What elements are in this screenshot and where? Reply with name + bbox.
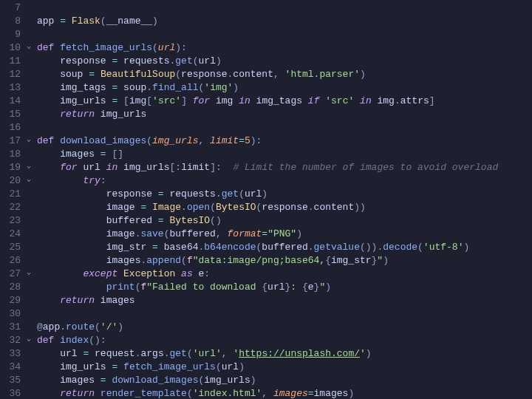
code-area[interactable]: app = Flask(__name__)def fetch_image_url…: [31, 0, 532, 399]
token-id: [250, 95, 256, 106]
token-p: :: [100, 175, 106, 186]
token-id: soup: [60, 69, 83, 80]
fold-chevron-icon[interactable]: ⌄: [24, 163, 31, 170]
code-line[interactable]: img_str = base64.b64encode(buffered.getv…: [37, 241, 532, 254]
code-line[interactable]: def index():: [37, 334, 532, 347]
code-line[interactable]: def download_images(img_urls, limit=5):: [37, 134, 532, 148]
token-p: ): [239, 361, 245, 372]
token-p: ): [296, 228, 302, 239]
token-ki: in: [106, 162, 118, 173]
token-id: [222, 162, 233, 173]
code-line[interactable]: def fetch_image_urls(url):: [37, 41, 532, 55]
code-line[interactable]: [37, 1, 532, 15]
token-p: ): [360, 69, 366, 80]
line-number: 17⌄: [0, 134, 30, 148]
token-s: 'index.html': [193, 388, 262, 399]
code-line[interactable]: img_urls = [img['src'] for img in img_ta…: [37, 95, 532, 108]
token-op: =: [89, 69, 95, 80]
token-pa: url: [158, 42, 175, 53]
code-line[interactable]: return img_urls: [37, 108, 532, 121]
line-number: 25: [0, 241, 30, 254]
token-op: =: [262, 228, 267, 239]
token-id: app: [43, 321, 60, 332]
code-line[interactable]: buffered = BytesIO(): [37, 214, 532, 228]
token-id: base64: [164, 242, 199, 253]
token-p: :: [256, 135, 262, 146]
fold-chevron-icon[interactable]: ⌄: [24, 136, 31, 143]
token-id: img_tags: [60, 82, 106, 93]
code-line[interactable]: url = request.args.get('url', 'https://u…: [37, 347, 532, 361]
token-pr: content: [314, 202, 355, 213]
token-p: (: [239, 188, 245, 200]
token-p: (: [210, 215, 216, 226]
token-id: img_str: [331, 255, 372, 266]
code-line[interactable]: [37, 121, 532, 134]
code-line[interactable]: [37, 307, 532, 321]
token-k: def: [37, 335, 54, 346]
line-number: 13: [0, 81, 30, 95]
indent: [37, 388, 60, 399]
token-p: (: [175, 69, 181, 80]
token-k: def: [37, 135, 54, 146]
fold-chevron-icon[interactable]: ⌄: [24, 176, 31, 183]
token-id: img: [129, 95, 146, 106]
token-p: ): [117, 321, 123, 332]
code-line[interactable]: response = requests.get(url): [37, 188, 532, 201]
token-op: =: [100, 375, 106, 386]
token-p: (: [193, 55, 199, 66]
token-id: response: [60, 55, 106, 66]
code-line[interactable]: img_urls = fetch_image_urls(url): [37, 361, 532, 374]
token-bf: append: [146, 255, 181, 266]
code-line[interactable]: image = Image.open(BytesIO(response.cont…: [37, 201, 532, 214]
code-line[interactable]: [37, 28, 532, 41]
code-line[interactable]: for url in img_urls[:limit]: # Limit the…: [37, 161, 532, 174]
fold-chevron-icon[interactable]: ⌄: [24, 43, 31, 50]
token-p: (: [152, 42, 158, 53]
code-line[interactable]: img_tags = soup.find_all('img'): [37, 81, 532, 95]
code-line[interactable]: response = requests.get(url): [37, 55, 532, 68]
token-id: response: [262, 202, 307, 213]
indent: [37, 295, 60, 306]
indent: [37, 215, 106, 226]
line-number: 20⌄: [0, 174, 30, 188]
token-cm: # Limit the number of images to avoid ov…: [233, 162, 498, 173]
code-line[interactable]: images = download_images(img_urls): [37, 374, 532, 387]
indent: [37, 255, 106, 266]
token-s: 'utf-8': [423, 242, 464, 253]
code-line[interactable]: return render_template('index.html', ima…: [37, 387, 532, 399]
token-n: 5: [245, 135, 250, 146]
token-p: ): [325, 282, 331, 293]
token-p: ): [250, 375, 256, 386]
code-line[interactable]: try:: [37, 174, 532, 188]
code-line[interactable]: return images: [37, 294, 532, 307]
token-p: [: [146, 95, 152, 106]
code-line[interactable]: images = []: [37, 148, 532, 161]
indent: [37, 175, 83, 186]
token-id: [117, 268, 123, 279]
indent: [37, 82, 60, 93]
token-p: :: [204, 268, 210, 279]
code-line[interactable]: soup = BeautifulSoup(response.content, '…: [37, 68, 532, 81]
token-s: :: [290, 282, 302, 293]
token-p: ,: [262, 388, 267, 399]
code-line[interactable]: app = Flask(__name__): [37, 15, 532, 28]
line-number: 14: [0, 95, 30, 108]
fold-chevron-icon[interactable]: ⌄: [24, 335, 31, 343]
code-editor[interactable]: 78910⌄11121314151617⌄1819⌄20⌄21222324252…: [0, 0, 532, 399]
token-id: [187, 95, 193, 106]
token-id: [302, 95, 308, 106]
token-id: url: [199, 55, 216, 66]
code-line[interactable]: image.save(buffered, format="PNG"): [37, 228, 532, 241]
code-line[interactable]: except Exception as e:: [37, 267, 532, 281]
token-p: ): [175, 42, 181, 53]
token-s: 'img': [204, 82, 233, 93]
token-s: "PNG": [267, 228, 296, 239]
token-p: ]: [181, 95, 187, 106]
token-pr: args: [140, 348, 163, 359]
indent: [37, 242, 106, 253]
code-line[interactable]: images.append(f"data:image/png;base64,{i…: [37, 254, 532, 267]
code-line[interactable]: @app.route('/'): [37, 321, 532, 334]
code-line[interactable]: print(f"Failed to download {url}: {e}"): [37, 281, 532, 294]
fold-chevron-icon[interactable]: ⌄: [24, 269, 31, 276]
token-cl: Image: [152, 202, 181, 213]
